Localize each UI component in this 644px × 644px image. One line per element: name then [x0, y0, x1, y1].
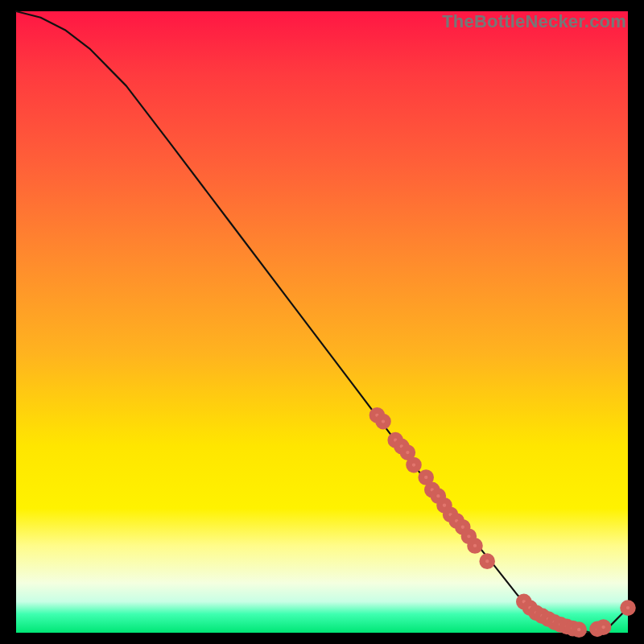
data-point — [378, 417, 388, 427]
bottleneck-curve — [16, 11, 628, 633]
data-point — [470, 541, 480, 551]
data-points-group — [372, 411, 633, 634]
data-point — [421, 473, 431, 482]
data-point — [482, 556, 492, 566]
chart-overlay — [16, 11, 628, 633]
data-point — [599, 622, 609, 632]
data-point — [623, 603, 633, 613]
data-point — [574, 625, 584, 634]
data-point — [409, 460, 419, 470]
data-point — [402, 448, 412, 457]
